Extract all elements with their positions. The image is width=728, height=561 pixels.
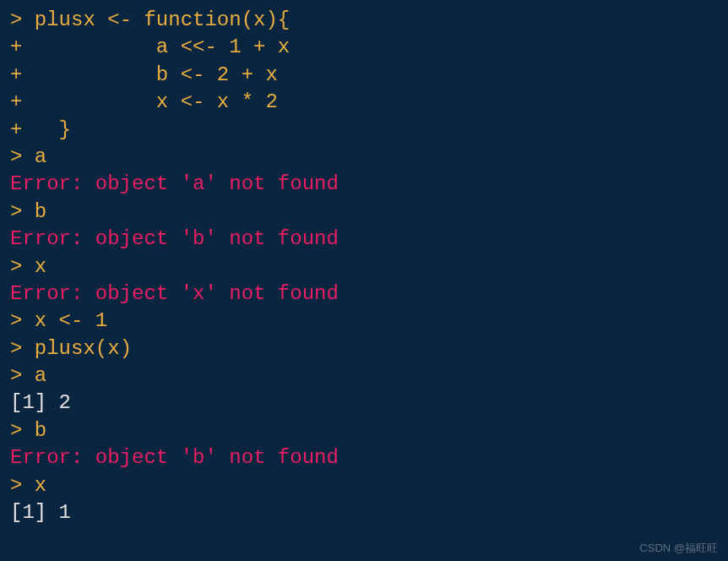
prompt-symbol: > [10,145,35,168]
error-text: Error: object 'b' not found [10,227,339,250]
console-line: [1] 2 [10,389,718,417]
prompt-symbol: > [10,255,35,278]
input-text: plusx(x) [35,337,132,360]
input-text: a [35,145,46,168]
prompt-symbol: + [10,63,35,86]
console-line: + } [10,117,718,144]
input-text: } [35,118,71,141]
prompt-symbol: > [10,337,35,360]
console-line: + b <- 2 + x [10,62,718,89]
error-text: Error: object 'b' not found [10,446,339,469]
console-line: > a [10,144,718,171]
console-line: > b [10,417,718,444]
input-text: b [35,419,46,442]
error-text: Error: object 'a' not found [10,172,339,195]
input-text: b <- 2 + x [35,63,278,86]
input-text: x [35,474,46,497]
console-line: > x <- 1 [10,308,718,335]
r-console[interactable]: > plusx <- function(x){+ a <<- 1 + x+ b … [10,7,718,526]
console-line: [1] 1 [10,499,718,526]
input-text: x [35,255,46,278]
console-line: Error: object 'b' not found [10,444,718,471]
console-line: Error: object 'a' not found [10,171,718,198]
console-line: > x [10,253,718,280]
prompt-symbol: + [10,118,35,141]
output-text: [1] 1 [10,501,71,524]
input-text: plusx <- function(x){ [35,8,290,31]
prompt-symbol: > [10,200,35,223]
watermark: CSDN @福旺旺 [639,541,718,556]
console-line: + x <- x * 2 [10,89,718,116]
input-text: a [35,364,46,387]
input-text: x <- 1 [35,309,107,332]
console-line: + a <<- 1 + x [10,34,718,61]
console-line: > b [10,199,718,226]
prompt-symbol: > [10,419,35,442]
console-line: > a [10,362,718,389]
console-line: Error: object 'x' not found [10,280,718,308]
error-text: Error: object 'x' not found [10,282,339,305]
console-line: > plusx(x) [10,335,718,362]
prompt-symbol: + [10,90,35,113]
prompt-symbol: > [10,364,35,387]
prompt-symbol: > [10,309,35,332]
input-text: x <- x * 2 [35,90,278,113]
input-text: b [35,200,46,223]
output-text: [1] 2 [10,391,71,414]
console-line: > x [10,472,718,499]
prompt-symbol: > [10,474,35,497]
prompt-symbol: + [10,35,35,58]
console-line: > plusx <- function(x){ [10,7,718,34]
input-text: a <<- 1 + x [35,35,290,58]
prompt-symbol: > [10,8,35,31]
console-line: Error: object 'b' not found [10,226,718,253]
